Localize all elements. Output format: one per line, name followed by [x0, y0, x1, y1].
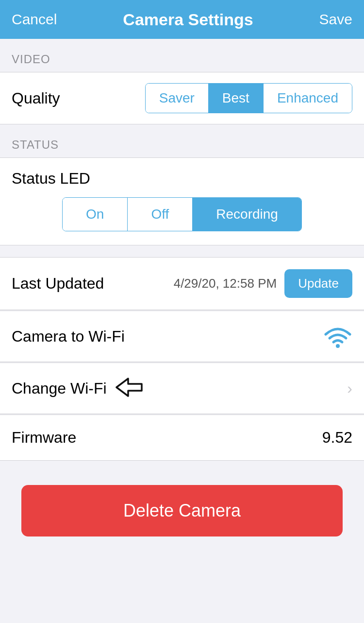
svg-point-0: [336, 344, 340, 348]
quality-best-button[interactable]: Best: [209, 84, 264, 113]
camera-wifi-label: Camera to Wi-Fi: [12, 328, 125, 346]
save-button[interactable]: Save: [319, 11, 352, 28]
last-updated-row: Last Updated 4/29/20, 12:58 PM Update: [0, 257, 364, 310]
camera-wifi-row: Camera to Wi-Fi: [0, 311, 364, 362]
quality-label: Quality: [12, 89, 60, 107]
change-wifi-row[interactable]: Change Wi-Fi ›: [0, 363, 364, 414]
quality-saver-button[interactable]: Saver: [146, 84, 209, 113]
led-on-button[interactable]: On: [63, 198, 128, 231]
arrow-left-icon: [115, 377, 144, 400]
cancel-button[interactable]: Cancel: [12, 11, 57, 28]
change-wifi-content: Change Wi-Fi: [12, 377, 144, 400]
led-off-button[interactable]: Off: [128, 198, 193, 231]
status-led-segmented-control: On Off Recording: [62, 197, 302, 231]
last-updated-timestamp: 4/29/20, 12:58 PM: [174, 276, 277, 291]
update-button[interactable]: Update: [284, 269, 352, 298]
wifi-icon: [323, 325, 352, 348]
quality-enhanced-button[interactable]: Enhanced: [264, 84, 352, 113]
status-led-label: Status LED: [12, 170, 352, 188]
page-title: Camera Settings: [123, 10, 253, 29]
firmware-label: Firmware: [12, 429, 76, 447]
delete-camera-button[interactable]: Delete Camera: [21, 485, 343, 536]
status-led-row: Status LED On Off Recording: [0, 157, 364, 245]
last-updated-right: 4/29/20, 12:58 PM Update: [174, 269, 352, 298]
quality-segmented-control: Saver Best Enhanced: [145, 83, 352, 113]
delete-section: Delete Camera: [0, 461, 364, 561]
change-wifi-label: Change Wi-Fi: [12, 380, 107, 398]
led-recording-button[interactable]: Recording: [193, 198, 301, 231]
status-section-label: STATUS: [0, 124, 364, 157]
app-header: Cancel Camera Settings Save: [0, 0, 364, 39]
firmware-row: Firmware 9.52: [0, 415, 364, 461]
chevron-right-icon: ›: [347, 380, 352, 398]
firmware-value: 9.52: [322, 429, 352, 447]
last-updated-label: Last Updated: [12, 275, 104, 293]
video-section-label: VIDEO: [0, 39, 364, 72]
svg-marker-1: [116, 379, 142, 396]
quality-row: Quality Saver Best Enhanced: [0, 72, 364, 124]
